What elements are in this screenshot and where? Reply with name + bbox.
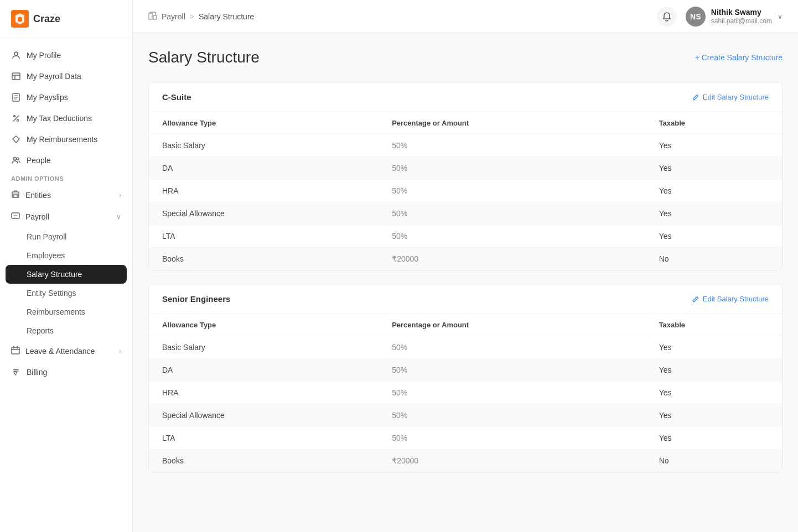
cell-allowance-type: LTA: [149, 427, 379, 450]
payroll-icon: [11, 211, 20, 222]
sidebar-item-label: My Tax Deductions: [27, 114, 92, 123]
cell-percentage-amount: 50%: [379, 180, 645, 202]
cell-percentage-amount: 50%: [379, 382, 645, 404]
col-percentage-amount: Percentage or Amount: [379, 314, 645, 336]
cell-allowance-type: Books: [149, 450, 379, 472]
page-title: Salary Structure: [148, 49, 260, 66]
table-row: DA 50% Yes: [149, 359, 782, 382]
cell-taxable: Yes: [646, 157, 782, 180]
cell-taxable: No: [646, 450, 782, 472]
cell-percentage-amount: 50%: [379, 202, 645, 225]
calendar-icon: [11, 346, 20, 356]
sidebar-navigation: My Profile My Payroll Data My Payslips: [0, 38, 132, 532]
sub-nav-salary-structure[interactable]: Salary Structure: [6, 265, 127, 284]
logo-icon: [11, 10, 29, 28]
sidebar-item-payroll[interactable]: Payroll ∨: [0, 206, 132, 227]
svg-rect-10: [12, 347, 19, 354]
cell-allowance-type: HRA: [149, 382, 379, 404]
logo: Craze: [0, 0, 132, 38]
document-icon: [11, 92, 21, 102]
edit-c-suite-button[interactable]: Edit Salary Structure: [692, 93, 769, 101]
cell-allowance-type: Special Allowance: [149, 404, 379, 427]
create-salary-structure-button[interactable]: + Create Salary Structure: [695, 53, 783, 62]
table-row: Special Allowance 50% Yes: [149, 202, 782, 225]
header: Payroll > Salary Structure NS Nithik Swa…: [133, 0, 798, 33]
sidebar-item-my-profile[interactable]: My Profile: [0, 45, 132, 66]
cell-allowance-type: HRA: [149, 180, 379, 202]
sub-nav-run-payroll[interactable]: Run Payroll: [0, 227, 132, 246]
cell-taxable: Yes: [646, 359, 782, 382]
table-row: Books ₹20000 No: [149, 450, 782, 472]
sidebar-item-my-tax-deductions[interactable]: My Tax Deductions: [0, 108, 132, 129]
sidebar-item-leave-attendance[interactable]: Leave & Attendance ›: [0, 340, 132, 362]
senior-engineers-table: Allowance Type Percentage or Amount Taxa…: [149, 314, 782, 472]
page-header: Salary Structure + Create Salary Structu…: [148, 49, 783, 66]
table-row: Books ₹20000 No: [149, 248, 782, 270]
avatar: NS: [686, 7, 706, 27]
svg-point-5: [17, 120, 19, 122]
cell-taxable: Yes: [646, 225, 782, 248]
sidebar-item-label: My Payroll Data: [27, 72, 81, 81]
sidebar-item-people[interactable]: People: [0, 150, 132, 171]
breadcrumb-separator: >: [190, 12, 194, 21]
sidebar-item-label: My Profile: [27, 51, 61, 60]
user-details: Nithik Swamy sahil.patil@mail.com: [711, 7, 772, 26]
sidebar-item-label: My Payslips: [27, 93, 68, 102]
cell-percentage-amount: 50%: [379, 359, 645, 382]
edit-senior-engineers-button[interactable]: Edit Salary Structure: [692, 295, 769, 303]
table-row: LTA 50% Yes: [149, 225, 782, 248]
chevron-right-icon: ›: [119, 347, 121, 355]
table-row: HRA 50% Yes: [149, 180, 782, 202]
svg-rect-2: [12, 73, 20, 80]
header-right: NS Nithik Swamy sahil.patil@mail.com ∨: [657, 7, 783, 27]
breadcrumb-home-icon: [148, 11, 157, 22]
diamond-icon: [11, 134, 21, 144]
payroll-sub-nav: Run Payroll Employees Salary Structure E…: [0, 227, 132, 340]
cell-allowance-type: DA: [149, 157, 379, 180]
cell-taxable: Yes: [646, 404, 782, 427]
svg-rect-8: [12, 192, 19, 197]
svg-point-7: [17, 158, 19, 160]
cell-taxable: No: [646, 248, 782, 270]
sidebar-item-label: My Reimbursements: [27, 135, 97, 144]
notification-button[interactable]: [657, 7, 677, 27]
sub-nav-reimbursements[interactable]: Reimbursements: [0, 302, 132, 321]
cell-taxable: Yes: [646, 336, 782, 359]
cell-percentage-amount: 50%: [379, 157, 645, 180]
breadcrumb: Payroll > Salary Structure: [148, 11, 254, 22]
col-percentage-amount: Percentage or Amount: [379, 112, 645, 134]
cell-allowance-type: Special Allowance: [149, 202, 379, 225]
user-info[interactable]: NS Nithik Swamy sahil.patil@mail.com ∨: [686, 7, 783, 27]
page-content: Salary Structure + Create Salary Structu…: [133, 33, 798, 532]
edit-icon: [692, 295, 699, 303]
sidebar-item-label: Payroll: [25, 212, 49, 221]
sidebar-item-my-payslips[interactable]: My Payslips: [0, 87, 132, 108]
sub-nav-employees[interactable]: Employees: [0, 246, 132, 265]
svg-rect-12: [153, 15, 157, 19]
cell-taxable: Yes: [646, 180, 782, 202]
breadcrumb-parent: Payroll: [162, 12, 185, 21]
user-email: sahil.patil@mail.com: [711, 17, 772, 26]
chevron-right-icon: ›: [119, 191, 121, 199]
admin-section-label: ADMIN OPTIONS: [0, 171, 132, 184]
c-suite-name: C-Suite: [162, 92, 191, 102]
cell-allowance-type: Basic Salary: [149, 134, 379, 157]
sidebar-item-my-payroll-data[interactable]: My Payroll Data: [0, 66, 132, 87]
sub-nav-entity-settings[interactable]: Entity Settings: [0, 284, 132, 302]
cell-allowance-type: Books: [149, 248, 379, 270]
sidebar-item-my-reimbursements[interactable]: My Reimbursements: [0, 129, 132, 150]
user-name: Nithik Swamy: [711, 7, 772, 17]
sub-nav-reports[interactable]: Reports: [0, 321, 132, 340]
sidebar-item-billing[interactable]: Billing: [0, 362, 132, 383]
cell-taxable: Yes: [646, 202, 782, 225]
sidebar-item-entities[interactable]: Entities ›: [0, 184, 132, 206]
people-icon: [11, 155, 21, 165]
chevron-down-icon: ∨: [116, 213, 121, 221]
senior-engineers-header: Senior Engineers Edit Salary Structure: [149, 284, 782, 314]
tax-icon: [11, 113, 21, 123]
sidebar-item-label: People: [27, 156, 51, 165]
cell-percentage-amount: 50%: [379, 427, 645, 450]
cell-percentage-amount: ₹20000: [379, 450, 645, 472]
cell-allowance-type: DA: [149, 359, 379, 382]
sidebar-item-label: Entities: [25, 191, 51, 200]
